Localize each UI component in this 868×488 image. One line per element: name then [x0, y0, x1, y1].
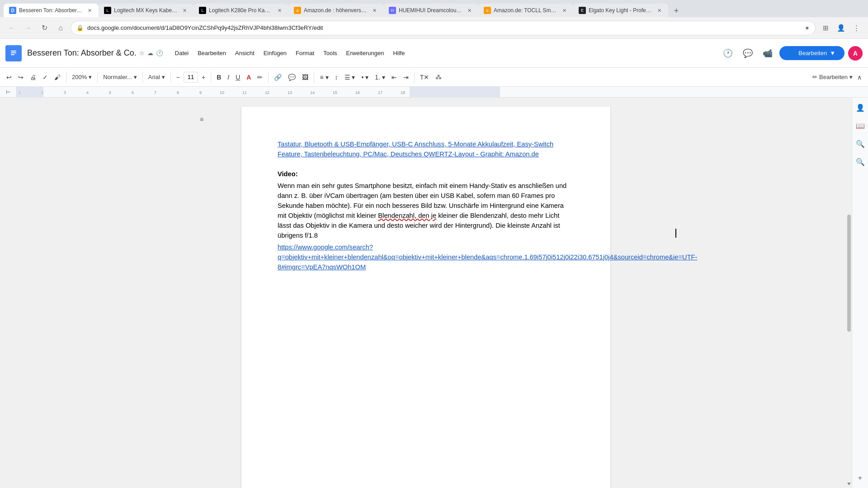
align-button[interactable]: ≡ ▾ — [317, 71, 331, 84]
menu-ansicht[interactable]: Ansicht — [231, 47, 259, 59]
share-icon: 👤 — [788, 50, 796, 56]
extensions-icon[interactable]: ⊞ — [819, 22, 832, 34]
link-button[interactable]: 🔗 — [271, 71, 284, 84]
print-button[interactable]: 🖨 — [27, 71, 39, 84]
tab-6[interactable]: a Amazon.de: TOCLL Smart Tisch... ✕ — [478, 4, 573, 17]
svg-text:5: 5 — [109, 90, 111, 95]
comments-icon[interactable]: 💬 — [740, 45, 756, 61]
comment-button[interactable]: 💬 — [285, 71, 298, 84]
user-avatar[interactable]: A — [848, 46, 863, 61]
reload-button[interactable]: ↻ — [38, 22, 51, 34]
doc-search-link[interactable]: https://www.google.com/search?q=objektiv… — [278, 244, 697, 271]
browser-frame: D Besseren Ton: Absorber & Co.. ✕ L Logi… — [0, 0, 868, 488]
pencil-icon: ✏ — [812, 74, 817, 80]
tab-3[interactable]: L Logitech K280e Pro Kabelgebun... ✕ — [193, 4, 288, 17]
image-button[interactable]: 🖼 — [299, 71, 311, 84]
tab-bar: D Besseren Ton: Absorber & Co.. ✕ L Logi… — [0, 0, 868, 17]
share-label: Bearbeiten — [798, 50, 827, 56]
tab-4-favicon: a — [294, 7, 301, 14]
share-chevron-icon: ▼ — [830, 50, 835, 56]
video-icon[interactable]: 📹 — [760, 45, 776, 61]
menu-bearbeiten[interactable]: Bearbeiten — [193, 47, 231, 59]
menu-format[interactable]: Format — [291, 47, 319, 59]
zoom-dropdown[interactable]: 200% ▾ — [69, 71, 94, 84]
profile-icon[interactable]: 👤 — [835, 22, 847, 34]
toolbar-divider-7 — [314, 72, 314, 83]
home-button[interactable]: ⌂ — [54, 22, 67, 34]
style-dropdown[interactable]: Normaler... ▾ — [100, 71, 140, 84]
list-icon[interactable]: ≡ — [200, 116, 203, 123]
doc-amazon-link[interactable]: Tastatur, Bluetooth & USB-Empfänger, USB… — [278, 141, 553, 158]
tab-5[interactable]: H HUEMIHUI Dreamcolour LED S... ✕ — [383, 4, 478, 17]
sidebar-add-icon[interactable]: + — [854, 472, 867, 484]
font-size-input[interactable] — [184, 72, 198, 83]
sidebar-person-icon[interactable]: 👤 — [854, 101, 867, 114]
highlight-button[interactable]: ✏ — [255, 71, 265, 84]
share-button[interactable]: 👤 Bearbeiten ▼ — [779, 46, 844, 60]
menu-tools[interactable]: Tools — [319, 47, 341, 59]
scroll-down-button[interactable] — [846, 482, 852, 486]
settings-icon[interactable]: ⋮ — [850, 22, 863, 34]
tab-7-close[interactable]: ✕ — [656, 7, 663, 14]
svg-text:9: 9 — [199, 90, 202, 95]
font-size-increase-button[interactable]: + — [199, 71, 208, 84]
sidebar-search2-icon[interactable]: 🔍 — [854, 155, 867, 168]
font-size-decrease-button[interactable]: − — [174, 71, 183, 84]
new-tab-button[interactable]: + — [670, 5, 683, 17]
tab-5-close[interactable]: ✕ — [466, 7, 473, 14]
tab-5-favicon: H — [389, 7, 396, 14]
bold-button[interactable]: B — [214, 71, 224, 84]
tab-6-close[interactable]: ✕ — [561, 7, 568, 14]
menu-hilfe[interactable]: Hilfe — [388, 47, 409, 59]
ruler-tab-icon[interactable]: ⊢ — [0, 89, 16, 95]
scrollbar-thumb[interactable] — [847, 215, 851, 332]
menu-erweiterungen[interactable]: Erweiterungen — [342, 47, 389, 59]
sidebar-book-icon[interactable]: 📖 — [854, 119, 867, 132]
svg-rect-1 — [11, 51, 16, 52]
forward-button[interactable]: → — [22, 22, 34, 34]
docs-document-title[interactable]: Besseren Ton: Absorber & Co. — [27, 48, 137, 58]
decrease-indent-button[interactable]: ⇤ — [389, 71, 400, 84]
font-dropdown[interactable]: Arial ▾ — [146, 71, 168, 84]
numbered-list-button[interactable]: 1. ▾ — [372, 71, 388, 84]
tab-4[interactable]: a Amazon.de : höhenverstellbare... ✕ — [288, 4, 383, 17]
tab-4-close[interactable]: ✕ — [371, 7, 378, 14]
tab-1-close[interactable]: ✕ — [86, 7, 93, 14]
svg-marker-26 — [847, 483, 851, 485]
text-color-button[interactable]: A — [244, 71, 254, 84]
clear-format-button[interactable]: T✕ — [417, 71, 432, 84]
underline-button[interactable]: U — [233, 71, 243, 84]
svg-text:12: 12 — [265, 90, 269, 95]
star-icon[interactable]: ☆ — [139, 50, 145, 56]
doc-search-link-paragraph: https://www.google.com/search?q=objektiv… — [278, 242, 574, 272]
paint-format-button[interactable]: 🖌 — [52, 71, 63, 84]
more-formats-button[interactable]: ⁂ — [433, 71, 444, 84]
undo-button[interactable]: ↩ — [4, 71, 14, 84]
cloud-icon[interactable]: ☁ — [147, 50, 153, 56]
italic-button[interactable]: I — [225, 71, 232, 84]
history-clock-icon[interactable]: 🕐 — [720, 45, 736, 61]
tab-7[interactable]: E Elgato Key Light - Professione... ✕ — [573, 4, 668, 17]
toolbar-divider-4 — [170, 72, 171, 83]
history-icon[interactable]: 🕐 — [156, 50, 163, 56]
toolbar-divider-1 — [66, 72, 66, 83]
tab-3-close[interactable]: ✕ — [276, 7, 283, 14]
back-button[interactable]: ← — [5, 22, 18, 34]
menu-datei[interactable]: Datei — [170, 47, 193, 59]
list-format-button[interactable]: ☰ ▾ — [342, 71, 358, 84]
increase-indent-button[interactable]: ⇥ — [401, 71, 411, 84]
tab-2-close[interactable]: ✕ — [181, 7, 188, 14]
spellcheck-button[interactable]: ✓ — [40, 71, 51, 84]
menu-einfuegen[interactable]: Einfügen — [259, 47, 291, 59]
bullet-list-button[interactable]: • ▾ — [359, 71, 371, 84]
tab-2[interactable]: L Logitech MX Keys Kabellose Ta... ✕ — [99, 4, 193, 17]
line-spacing-button[interactable]: ↕ — [332, 71, 341, 84]
sidebar-search-icon[interactable]: 🔍 — [854, 137, 867, 150]
tab-1[interactable]: D Besseren Ton: Absorber & Co.. ✕ — [4, 4, 99, 17]
collapse-toolbar-button[interactable]: ∧ — [854, 71, 864, 84]
address-bar[interactable]: 🔒 docs.google.com/document/d/1aD8O9YcinZ… — [71, 21, 816, 35]
doc-area[interactable]: ≡ Tastatur, Bluetooth & USB-Empfänger, U… — [0, 98, 852, 488]
redo-button[interactable]: ↪ — [15, 71, 26, 84]
nav-icons: ⊞ 👤 ⋮ — [819, 22, 863, 34]
editing-mode-dropdown[interactable]: ✏ Bearbeiten ▾ — [812, 74, 853, 80]
